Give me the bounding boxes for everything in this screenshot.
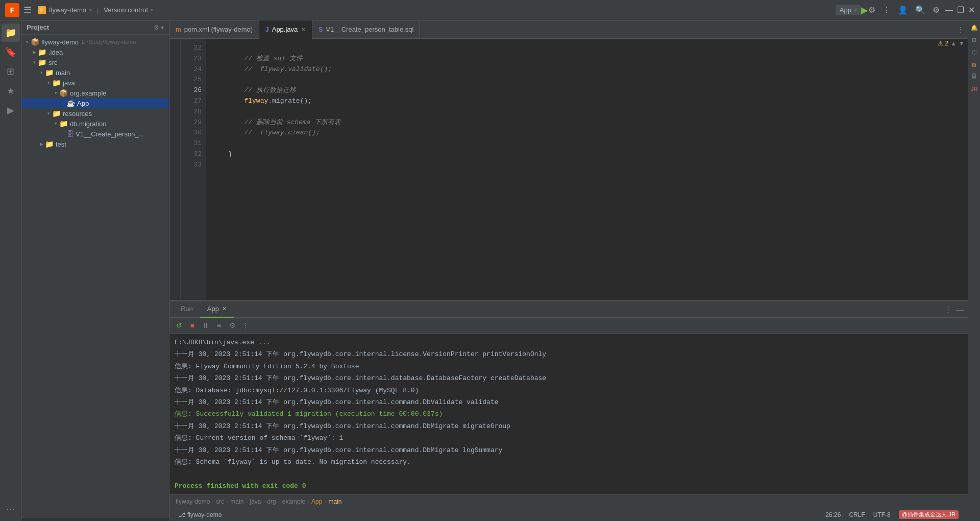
tree-arrow-java: ▾ [45,80,52,85]
right-sidebar-jr-plugin[interactable]: JR [969,84,979,94]
suspend-button[interactable]: ⏸ [200,320,211,331]
src-label: src [48,59,57,66]
tree-item-test[interactable]: ▶ 📁 test [21,139,169,149]
tab-pom-xml[interactable]: m pom.xml (flyway-demo) [169,20,259,39]
breadcrumb-src[interactable]: src [216,498,224,505]
run-config-dropdown-icon[interactable]: ▾ [854,7,857,13]
status-git-branch[interactable]: ⎇ flyway-demo [175,511,226,518]
warning-nav-up[interactable]: ▲ [950,40,957,47]
run-config-area[interactable]: App ▾ [836,5,861,15]
console-line-6: 信息: Successfully validated 1 migration (… [175,408,963,420]
status-line-ending[interactable]: CRLF [845,511,869,518]
main-label: main [56,69,70,77]
app-run-tab-close[interactable]: ✕ [222,305,227,312]
search-everywhere-icon[interactable]: 🔍 [915,5,925,15]
tree-item-idea[interactable]: ▶ 📁 .idea [21,47,169,57]
tree-item-main[interactable]: ▾ 📁 main [21,67,169,78]
version-control-label[interactable]: Version control [104,6,148,14]
code-content[interactable]: // 检查 sql 文件 // flyway.validate(); // 执行… [206,39,968,300]
app-tab-icon: J [265,26,269,33]
tree-arrow-db: ▾ [52,121,59,126]
status-cursor-position[interactable]: 26:26 [821,511,845,518]
sidebar-item-favorites[interactable]: ★ [2,82,20,100]
dump-threads-button[interactable]: ≡ [213,320,225,331]
warning-stripe: ⚠ 2 ▲ ▼ [935,39,968,48]
console-output[interactable]: E:\JDK8\bin\java.exe ... 十一月 30, 2023 2:… [169,334,968,494]
run-button-icon[interactable]: ▶ [861,5,868,16]
app-run-tab-label: App [207,305,219,313]
stop-button[interactable]: ■ [187,320,198,331]
bottom-panel-minimize-icon[interactable]: — [956,305,964,314]
tree-item-java[interactable]: ▾ 📁 java [21,78,169,88]
window-controls: — ❐ ✕ [945,5,975,15]
bottom-tab-run[interactable]: Run [174,301,200,318]
rerun-button[interactable]: ↺ [174,320,185,331]
right-sidebar-maven[interactable]: m [969,59,979,69]
right-sidebar-database[interactable]: 🗄 [969,72,979,82]
hamburger-menu-icon[interactable]: ☰ [23,5,32,16]
vc-dropdown-icon[interactable]: ▾ [151,7,153,13]
line-num-28: 28 [181,107,202,117]
bottom-tab-app[interactable]: App ✕ [200,301,234,318]
sidebar-item-run[interactable]: ▶ [2,101,20,120]
folder-resources-icon: 📁 [52,109,61,117]
tree-item-db-migration[interactable]: ▾ 📁 db.migration [21,119,169,129]
tab-app-java[interactable]: J App.java ✕ [259,20,312,39]
line-num-23: 23 [181,54,202,64]
statusbar-right: 26:26 CRLF UTF-8 @插件集成金达人-JR [821,510,963,519]
breadcrumb-file[interactable]: App [311,498,322,505]
crlf-label: CRLF [849,511,865,518]
bottom-tabs-more-icon[interactable]: ⋮ [944,305,952,314]
right-sidebar-hierarchy[interactable]: ⬡ [969,47,979,57]
breadcrumb-main[interactable]: main [230,498,243,505]
app-class-icon: ☕ [66,99,75,107]
package-icon: 📦 [59,89,68,97]
more-run-button[interactable]: ⋮ [240,320,251,331]
sidebar-item-project[interactable]: 📁 [2,23,20,42]
bottom-panel: Run App ✕ ⋮ — ↺ ■ [169,300,968,494]
breadcrumb-project[interactable]: flyway-demo [176,498,210,505]
close-button[interactable]: ✕ [968,5,975,15]
breadcrumb-example[interactable]: example [282,498,305,505]
tree-item-src[interactable]: ▾ 📁 src [21,57,169,67]
status-badge-area[interactable]: @插件集成金达人-JR [895,510,963,519]
maximize-button[interactable]: ❐ [957,5,964,15]
console-line-1: 十一月 30, 2023 2:51:14 下午 org.flywaydb.cor… [175,348,963,360]
sql-file-icon: 🗄 [66,130,74,138]
right-sidebar-structure[interactable]: ⊞ [969,35,979,45]
project-name-label[interactable]: flyway-demo [49,6,86,14]
breadcrumb-method[interactable]: main [328,498,341,505]
project-panel-settings-icon[interactable]: ⚙ ▾ [154,24,164,31]
tree-item-root[interactable]: ▾ 📦 flyway-demo E:\Study\flyway-demo [21,37,169,47]
tree-item-sql[interactable]: ▶ 🗄 V1__Create_person_table [21,129,169,139]
bottom-tabs-bar: Run App ✕ ⋮ — [169,301,968,318]
more-actions-icon[interactable]: ⋮ [883,5,891,15]
console-line-3: 十一月 30, 2023 2:51:14 下午 org.flywaydb.cor… [175,372,963,384]
ide-settings-icon[interactable]: ⚙ [933,5,940,15]
breadcrumb-java[interactable]: java [250,498,261,505]
sidebar-item-structure[interactable]: ⊞ [2,62,20,81]
settings-run-button[interactable]: ⚙ [227,320,238,331]
app-tab-close[interactable]: ✕ [301,26,306,33]
breadcrumb-org[interactable]: org [267,498,276,505]
tree-item-app[interactable]: ▶ ☕ App [21,98,169,108]
tab-sql[interactable]: S V1__Create_person_table.sql [312,20,420,39]
profile-icon[interactable]: 👤 [898,5,908,15]
right-sidebar-notifications[interactable]: 🔔 [969,22,979,33]
tabs-more-icon[interactable]: ⋮ [957,26,964,33]
settings-icon[interactable]: ⚙ [868,5,875,15]
sidebar-item-bookmarks[interactable]: 🔖 [2,43,20,61]
app-label: App [77,100,89,107]
panel-scrollbar[interactable] [21,517,169,521]
status-encoding[interactable]: UTF-8 [869,511,895,518]
project-dropdown-icon[interactable]: ▾ [89,7,92,13]
warning-nav-down[interactable]: ▼ [959,40,965,47]
console-line-2: 信息: Flyway Community Edition 5.2.4 by Bo… [175,361,963,372]
tree-item-org-example[interactable]: ▾ 📦 org.example [21,88,169,98]
tree-item-resources[interactable]: ▾ 📁 resources [21,108,169,119]
sidebar-item-more[interactable]: ⋯ [2,500,20,518]
line-num-29: 29 [181,117,202,128]
minimize-button[interactable]: — [945,6,953,15]
tree-arrow-test: ▶ [38,141,45,147]
tree-arrow-main: ▾ [38,70,45,75]
